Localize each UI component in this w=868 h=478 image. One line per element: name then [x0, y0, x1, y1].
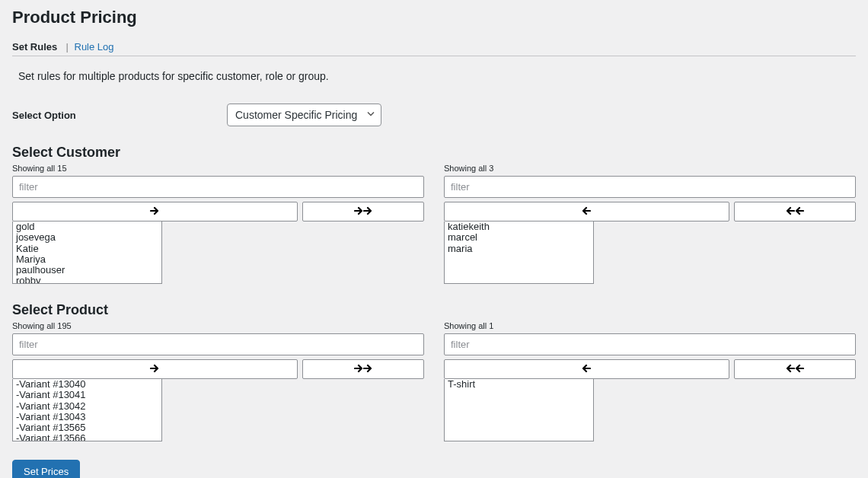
list-item[interactable]: robby	[13, 276, 161, 284]
customer-available-counter: Showing all 15	[12, 164, 424, 173]
select-option-row: Select Option Customer Specific Pricing	[12, 104, 856, 126]
product-move-left-button[interactable]	[444, 359, 729, 379]
select-option-label: Select Option	[12, 110, 227, 121]
customer-selected-counter: Showing all 3	[444, 164, 856, 173]
product-selected-col: Showing all 1 T-shirt	[444, 321, 856, 441]
arrow-left-icon	[786, 206, 795, 218]
list-item[interactable]: -Variant #13041	[13, 390, 161, 400]
product-selected-filter[interactable]	[444, 333, 856, 355]
product-move-all-right-button[interactable]	[302, 359, 425, 379]
customer-move-left-button[interactable]	[444, 202, 729, 221]
arrow-left-icon	[582, 206, 591, 218]
arrow-right-icon	[150, 364, 159, 375]
product-selected-list[interactable]: T-shirt	[444, 379, 594, 441]
select-customer-title: Select Customer	[12, 145, 856, 161]
list-item[interactable]: -Variant #13043	[13, 412, 161, 422]
customer-available-list[interactable]: gold josevega Katie Mariya paulhouser ro…	[12, 221, 162, 284]
set-prices-button[interactable]: Set Prices	[12, 460, 80, 478]
list-item[interactable]: paulhouser	[13, 265, 161, 276]
arrow-right-icon	[354, 206, 363, 218]
customer-selected-filter[interactable]	[444, 176, 856, 198]
arrow-left-icon	[786, 364, 795, 375]
page-description: Set rules for multiple products for spec…	[18, 70, 856, 82]
tab-rule-log[interactable]: Rule Log	[75, 38, 114, 56]
select-option-dropdown[interactable]: Customer Specific Pricing	[227, 104, 381, 126]
customer-dual-list: Showing all 15 gold josevega Katie Mariy…	[12, 164, 856, 284]
list-item[interactable]: -Variant #13042	[13, 401, 161, 412]
product-available-list[interactable]: -Variant #13040 -Variant #13041 -Variant…	[12, 379, 162, 441]
list-item[interactable]: -Variant #13566	[13, 433, 161, 441]
customer-available-col: Showing all 15 gold josevega Katie Mariy…	[12, 164, 424, 284]
arrow-right-icon	[354, 364, 363, 375]
list-item[interactable]: -Variant #13040	[13, 379, 161, 390]
product-move-all-left-button[interactable]	[734, 359, 857, 379]
select-product-title: Select Product	[12, 302, 856, 318]
arrow-left-icon	[795, 364, 804, 375]
list-item[interactable]: T-shirt	[445, 379, 593, 390]
product-available-counter: Showing all 195	[12, 321, 424, 330]
list-item[interactable]: maria	[445, 244, 593, 254]
list-item[interactable]: marcel	[445, 232, 593, 243]
customer-available-filter[interactable]	[12, 176, 424, 198]
list-item[interactable]: Katie	[13, 244, 161, 254]
arrow-left-icon	[795, 206, 804, 218]
list-item[interactable]: -Variant #13565	[13, 422, 161, 433]
product-available-col: Showing all 195 -Variant #13040 -Variant…	[12, 321, 424, 441]
select-option-wrap: Customer Specific Pricing	[227, 104, 381, 126]
customer-move-left-row	[444, 202, 856, 221]
customer-move-all-left-button[interactable]	[734, 202, 857, 221]
product-dual-list: Showing all 195 -Variant #13040 -Variant…	[12, 321, 856, 441]
arrow-left-icon	[582, 364, 591, 375]
arrow-right-icon	[363, 206, 372, 218]
arrow-right-icon	[150, 206, 159, 218]
list-item[interactable]: katiekeith	[445, 221, 593, 232]
customer-selected-list[interactable]: katiekeith marcel maria	[444, 221, 594, 284]
list-item[interactable]: Mariya	[13, 254, 161, 265]
product-move-right-row	[12, 359, 424, 379]
product-available-filter[interactable]	[12, 333, 424, 355]
product-move-left-row	[444, 359, 856, 379]
product-move-right-button[interactable]	[12, 359, 298, 379]
customer-move-right-row	[12, 202, 424, 221]
list-item[interactable]: josevega	[13, 232, 161, 243]
arrow-right-icon	[363, 364, 372, 375]
tab-set-rules[interactable]: Set Rules	[12, 38, 57, 56]
page-title: Product Pricing	[12, 8, 856, 27]
product-selected-counter: Showing all 1	[444, 321, 856, 330]
customer-move-all-right-button[interactable]	[302, 202, 425, 221]
tab-separator: |	[63, 41, 69, 53]
customer-selected-col: Showing all 3 katiekeith marcel maria	[444, 164, 856, 284]
customer-move-right-button[interactable]	[12, 202, 298, 221]
list-item[interactable]: gold	[13, 221, 161, 232]
tabs-bar: Set Rules | Rule Log	[12, 38, 856, 56]
